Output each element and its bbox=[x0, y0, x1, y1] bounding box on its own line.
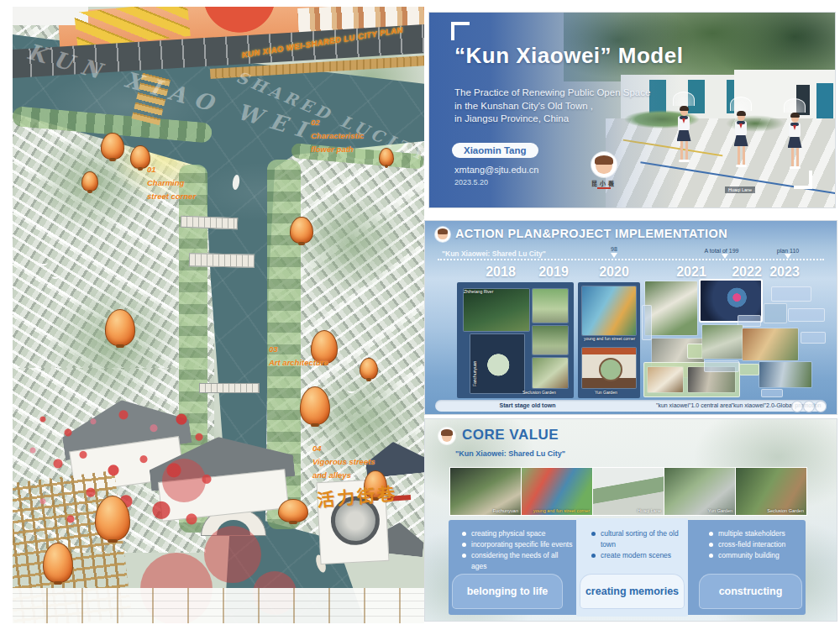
photo-label: Yun Garden bbox=[708, 508, 732, 513]
label-chip bbox=[801, 332, 826, 344]
mascot-avatar-icon bbox=[435, 227, 450, 242]
sky-lantern-icon bbox=[95, 496, 130, 541]
bridge bbox=[199, 383, 260, 393]
corner-bracket-icon bbox=[451, 22, 470, 40]
photo-seclusion-garden bbox=[533, 358, 568, 388]
corner-bracket-icon bbox=[794, 171, 812, 189]
photo-label: young and fun street corner bbox=[584, 336, 635, 341]
panel-2020: young and fun street corner Yun Garden bbox=[578, 282, 640, 398]
map-label-02: 02 Characteristic flower path bbox=[311, 118, 364, 158]
stage-arrow-icon bbox=[803, 401, 815, 412]
photo-2022-street bbox=[702, 325, 743, 359]
photo-seclusion-garden: Seclusion Garden bbox=[736, 468, 806, 515]
bridge bbox=[189, 253, 255, 267]
photo-caption: Huaqi Lane bbox=[725, 186, 755, 193]
poster-page: KUN XIAO WEI SHARED LUCITY PLAN KUN XIAO… bbox=[0, 0, 840, 630]
photo-2021-garden bbox=[645, 281, 697, 335]
slide-action-plan: ACTION PLAN&PROJECT IMPLEMENTATION "Kun … bbox=[424, 220, 837, 415]
label-chip bbox=[764, 303, 787, 323]
photo-label: Fanchunyuan bbox=[472, 341, 477, 386]
bird-icon bbox=[51, 272, 60, 279]
bullets-col3: multiple stakeholders cross-field intera… bbox=[707, 528, 801, 561]
red-circle bbox=[204, 526, 261, 583]
sky-lantern-icon bbox=[278, 499, 308, 522]
photo-label: Seclusion Garden bbox=[767, 508, 804, 513]
author-pill: Xiaomin Tang bbox=[452, 143, 538, 158]
sky-lantern-icon bbox=[105, 309, 135, 346]
green-chip bbox=[739, 364, 759, 375]
photo-label: young and fun street corner bbox=[533, 508, 590, 513]
sky-lantern-icon bbox=[360, 358, 378, 380]
stage-arrow-icon bbox=[791, 401, 803, 412]
slide3-title: CORE VALUE bbox=[462, 427, 559, 444]
slide-title: “Kun Xiaowei” Model The Practice of Rene… bbox=[428, 12, 836, 208]
year-2020: 2020 bbox=[599, 265, 629, 280]
slide1-subtitle: The Practice of Renewing Public Open Spa… bbox=[454, 87, 650, 126]
photo-city-street bbox=[759, 362, 811, 387]
photo-yun-garden: Yun Garden bbox=[664, 468, 735, 515]
map-label-01: 01 Charming street corner bbox=[147, 165, 196, 205]
photo-label: Yun Garden bbox=[595, 390, 617, 395]
map-label-04: 04 Vigorous streets and alleys bbox=[312, 444, 375, 484]
milestone-marker-icon bbox=[785, 254, 791, 262]
timeline-dotted-line bbox=[438, 259, 824, 260]
year-2018: 2018 bbox=[486, 265, 516, 280]
photo-street bbox=[533, 289, 568, 323]
photo-fuchunyuan: Fuchunyuan bbox=[450, 468, 521, 515]
photo-label: Huaqi Lane bbox=[638, 508, 661, 513]
slide1-title: “Kun Xiaowei” Model bbox=[454, 43, 683, 69]
sky-lantern-icon bbox=[81, 171, 98, 192]
mascot-logo-icon bbox=[591, 152, 617, 177]
section-sketch bbox=[13, 588, 424, 623]
sky-lantern-icon bbox=[43, 543, 73, 583]
bridge bbox=[181, 216, 238, 229]
label-chip bbox=[788, 308, 825, 322]
slide3-subtitle: "Kun Xiaowei: Shared Lu City" bbox=[455, 449, 565, 458]
year-2023: 2023 bbox=[769, 265, 800, 280]
slide1-date: 2023.5.20 bbox=[454, 178, 488, 186]
label-chip bbox=[761, 389, 783, 397]
photo-zhihetang-river: Zhihetang River bbox=[464, 289, 529, 331]
stage-1: Start stage old town bbox=[481, 402, 574, 408]
photo-label: Seclusion Garden bbox=[522, 390, 556, 395]
bullets-col2: cultural sorting of the old town create … bbox=[590, 528, 679, 561]
milestone-plan-110: plan 110 bbox=[777, 248, 799, 254]
year-2021: 2021 bbox=[676, 265, 706, 280]
footer-memories: creating memories bbox=[580, 574, 685, 609]
logo-text: 昆小薇 bbox=[579, 179, 629, 187]
sky-lantern-icon bbox=[101, 133, 124, 160]
year-2022: 2022 bbox=[732, 265, 762, 280]
stage-bar: Start stage old town "kun xiaowei"1.0 ce… bbox=[435, 400, 827, 412]
label-chip bbox=[642, 305, 652, 340]
photo-huaqi-lane: Huaqi Lane bbox=[593, 468, 664, 515]
panel-2018-2019: Zhihetang River Fanchunyuan Seclusion Ga… bbox=[457, 282, 574, 398]
label-chip bbox=[704, 360, 739, 372]
plaza-red-path bbox=[189, 7, 290, 37]
author-email: xmtang@sjtu.edu.cn bbox=[454, 165, 538, 175]
bird-icon bbox=[347, 386, 355, 393]
year-2019: 2019 bbox=[538, 265, 569, 280]
mascot-avatar-icon bbox=[438, 428, 455, 444]
photo-pergola bbox=[743, 328, 798, 360]
slide2-subtitle: "Kun Xiaowei: Shared Lu City" bbox=[442, 249, 546, 258]
photo-label: Fuchunyuan bbox=[493, 508, 518, 513]
milestone-total-199: A total of 199 bbox=[705, 248, 739, 254]
footer-meaning: constructing meaning bbox=[699, 574, 802, 609]
photo-yun-garden bbox=[582, 348, 636, 388]
masterplan-map: KUN XIAO WEI SHARED LUCITY PLAN KUN XIAO… bbox=[13, 7, 424, 623]
logo-red-mark bbox=[597, 187, 611, 189]
bird-icon bbox=[39, 259, 48, 265]
slide-core-value: CORE VALUE "Kun Xiaowei: Shared Lu City"… bbox=[424, 418, 837, 622]
photo-moon-gate: Fanchunyuan bbox=[470, 334, 524, 393]
sky-lantern-icon bbox=[300, 386, 330, 425]
label-chip bbox=[771, 286, 811, 302]
photo-street-corner bbox=[582, 286, 636, 335]
map-label-03: 03 Art architecture bbox=[269, 344, 328, 371]
photo-moon-interior bbox=[648, 367, 683, 392]
milestone-marker-icon bbox=[722, 254, 728, 262]
milestone-98: 98 bbox=[611, 246, 617, 252]
slide2-title: ACTION PLAN&PROJECT IMPLEMENTATION bbox=[455, 227, 727, 240]
bullets-col1: creating physical space incorporating sp… bbox=[460, 528, 574, 572]
photo-label: Zhihetang River bbox=[464, 289, 493, 294]
sky-lantern-icon bbox=[290, 217, 313, 244]
